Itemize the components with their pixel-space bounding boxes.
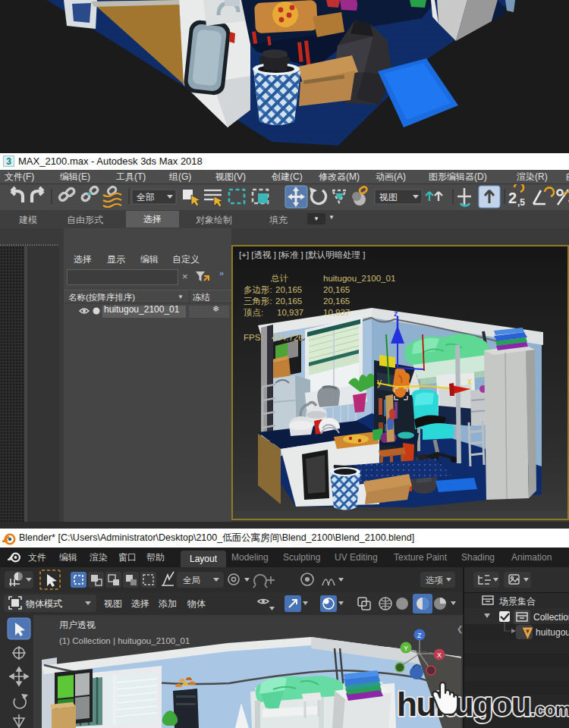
svg-text:三角形:: 三角形: <box>244 297 272 306</box>
svg-text:视图: 视图 <box>379 192 398 202</box>
svg-text:物体: 物体 <box>187 598 206 609</box>
svg-text:huitugou: huitugou <box>397 686 530 723</box>
svg-text:10,937: 10,937 <box>277 308 303 317</box>
svg-text:20,165: 20,165 <box>275 285 302 294</box>
svg-text:y: y <box>377 377 382 388</box>
svg-text:顶点:: 顶点: <box>243 308 263 317</box>
svg-text:2: 2 <box>508 190 517 206</box>
svg-text:x: x <box>467 376 472 387</box>
svg-text:10,937: 10,937 <box>323 308 350 317</box>
svg-text:20,165: 20,165 <box>323 297 350 306</box>
svg-text:全部: 全部 <box>137 192 155 202</box>
svg-text:总计: 总计 <box>270 274 289 283</box>
svg-text:.com: .com <box>530 700 569 720</box>
svg-text:Y: Y <box>404 645 408 652</box>
svg-text:Z: Z <box>417 632 422 639</box>
svg-text:(1) Collection | huitugou_2100: (1) Collection | huitugou_2100_01 <box>59 636 190 645</box>
svg-text:X: X <box>437 651 442 659</box>
svg-text:场景集合: 场景集合 <box>498 596 536 607</box>
svg-text:Collection: Collection <box>533 612 569 623</box>
svg-text:FPS:: FPS: <box>244 333 263 342</box>
svg-text:选择: 选择 <box>131 598 149 609</box>
svg-text:多边形:: 多边形: <box>244 285 272 294</box>
svg-text:[+] [透视 ] [标准 ] [默认明暗处理 ]: [+] [透视 ] [标准 ] [默认明暗处理 ] <box>239 250 365 259</box>
svg-text:添加: 添加 <box>159 598 177 609</box>
svg-text:物体模式: 物体模式 <box>25 598 62 609</box>
svg-text:用户透视: 用户透视 <box>59 620 96 630</box>
svg-text:huitugou: huitugou <box>536 627 569 638</box>
svg-text:z: z <box>394 309 398 318</box>
svg-text:huitugou_2100_01: huitugou_2100_01 <box>323 274 395 283</box>
svg-text:20,165: 20,165 <box>323 285 350 294</box>
svg-text:选项: 选项 <box>426 576 444 585</box>
svg-text:全局: 全局 <box>183 576 200 585</box>
svg-text:视图: 视图 <box>103 598 122 609</box>
svg-text:,5: ,5 <box>517 197 525 208</box>
svg-text:20,165: 20,165 <box>275 297 302 306</box>
svg-text:434.726: 434.726 <box>272 333 303 342</box>
